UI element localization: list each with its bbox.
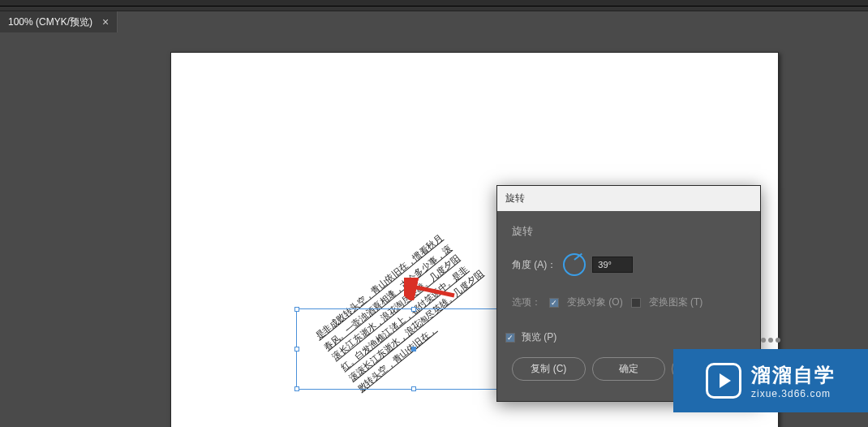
watermark: 溜溜自学 zixue.3d66.com	[673, 349, 868, 412]
angle-row: 角度 (A)：	[512, 253, 746, 276]
watermark-title: 溜溜自学	[751, 362, 836, 388]
document-tab[interactable]: 100% (CMYK/预览) ×	[0, 11, 118, 33]
transform-pattern-checkbox[interactable]	[631, 298, 641, 308]
resize-handle[interactable]	[411, 386, 416, 391]
angle-input[interactable]	[592, 257, 633, 273]
play-icon	[706, 363, 741, 399]
options-row: 选项： ✓ 变换对象 (O) 变换图案 (T)	[512, 295, 746, 309]
preview-checkbox[interactable]: ✓	[505, 333, 515, 343]
preview-label: 预览 (P)	[522, 330, 556, 344]
watermark-text: 溜溜自学 zixue.3d66.com	[751, 362, 836, 399]
options-label: 选项：	[512, 295, 541, 309]
resize-handle[interactable]	[294, 386, 299, 391]
workspace: 是非成败转头空，青山依旧在，惯看秋月 春风。一壶浊酒喜相逢，古今多少事，滚 滚长…	[0, 32, 868, 427]
dialog-title[interactable]: 旋转	[497, 186, 760, 211]
resize-handle[interactable]	[294, 307, 299, 312]
watermark-subtitle: zixue.3d66.com	[751, 388, 836, 399]
tab-title: 100% (CMYK/预览)	[8, 15, 92, 29]
watermark-dots-icon	[761, 338, 780, 343]
section-label: 旋转	[512, 224, 746, 239]
ok-button[interactable]: 确定	[592, 357, 666, 381]
tab-bar: 100% (CMYK/预览) ×	[0, 11, 868, 32]
resize-handle[interactable]	[294, 347, 299, 352]
transform-object-label: 变换对象 (O)	[567, 295, 623, 309]
center-handle[interactable]	[411, 347, 416, 352]
transform-object-checkbox[interactable]: ✓	[549, 298, 559, 308]
close-icon[interactable]: ×	[102, 16, 109, 28]
resize-handle[interactable]	[411, 307, 416, 312]
preview-row: ✓ 预览 (P)	[505, 330, 746, 344]
control-bar	[0, 6, 868, 11]
transform-pattern-label: 变换图案 (T)	[649, 295, 703, 309]
angle-label: 角度 (A)：	[512, 258, 556, 272]
copy-button[interactable]: 复制 (C)	[512, 357, 586, 381]
angle-dial-icon[interactable]	[563, 253, 586, 276]
menu-bar	[0, 0, 868, 6]
